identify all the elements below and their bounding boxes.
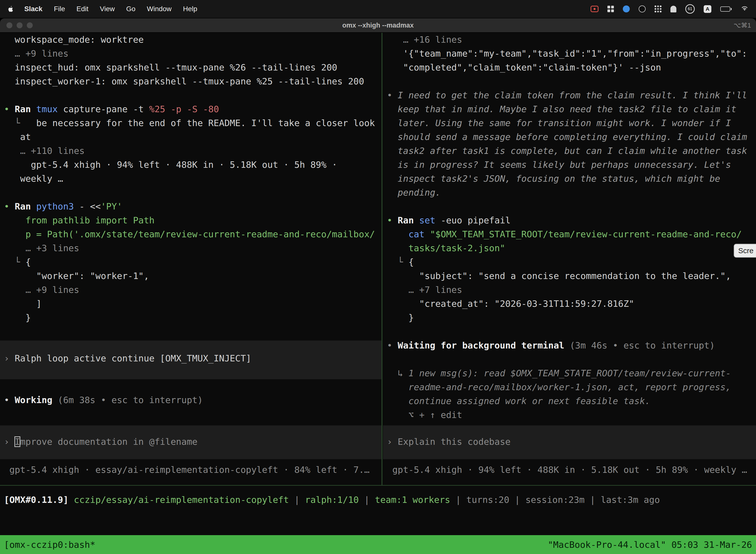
terminal-line: "completed","claim_token":"claim-token"}…	[383, 61, 756, 74]
terminal-line: inspect_worker-1: omx sparkshell --tmux-…	[0, 74, 381, 88]
tmux-host-time-label: "MacBook-Pro-44.local" 05:03 31-Mar-26	[548, 540, 752, 550]
text-segment: task2 after task1 is complete, but can I…	[387, 146, 747, 156]
apple-menu-icon[interactable]	[7, 5, 14, 13]
terminal-line: from pathlib import Path	[0, 214, 381, 227]
ran-command-line: • Ran tmux capture-pane -t %25 -p -S -80	[0, 102, 381, 116]
injected-message[interactable]: › Ralph loop active continue [OMX_TMUX_I…	[0, 340, 381, 379]
text-segment: … +7 lines	[387, 285, 462, 295]
ghost-app-icon[interactable]	[671, 6, 676, 12]
model-status-line: gpt-5.4 xhigh · essay/ai-reimplementatio…	[0, 463, 381, 477]
text-segment: ↳	[387, 368, 408, 378]
menu-item-window[interactable]: Window	[147, 5, 172, 13]
battery-icon[interactable]	[720, 6, 732, 12]
text-segment: ›	[4, 437, 15, 447]
tooltip-label: Scre	[738, 246, 754, 255]
terminal-line: cat "$OMX_TEAM_STATE_ROOT/team/review-cu…	[383, 227, 756, 241]
text-segment: }	[387, 313, 414, 323]
text-segment: gpt-5.4 xhigh · essay/ai-reimplementatio…	[4, 465, 370, 475]
text-segment: "worker": "worker-1",	[4, 271, 149, 281]
right-pane[interactable]: … +16 lines '{"team_name":"my-team","tas…	[383, 33, 756, 485]
blue-app-icon[interactable]	[623, 5, 630, 12]
thinking-line: keep that in mind. Maybe I also need the…	[383, 102, 756, 116]
screen-recording-icon[interactable]	[590, 6, 598, 12]
terminal-line: ↳ 1 new msg(s): read $OMX_TEAM_STATE_ROO…	[383, 366, 756, 380]
thinking-line: • I need to get the claim token from the…	[383, 88, 756, 102]
text-segment: └	[387, 257, 408, 267]
zoom-button[interactable]	[27, 22, 33, 28]
text-segment: gpt-5.4 xhigh · 94% left · 488K in · 5.1…	[4, 160, 337, 170]
window-shortcut-hint: ⌥⌘1	[734, 21, 751, 29]
close-button[interactable]	[6, 22, 12, 28]
text-segment: keep that in mind. Maybe I also need the…	[387, 104, 737, 114]
text-segment: readme-and-reco/mailbox/worker-1.json, a…	[387, 382, 731, 392]
text-segment: turns:20	[466, 495, 509, 505]
text-segment: be necessary for the end of the README. …	[20, 118, 375, 128]
terminal-line: inspect_hud: omx sparkshell --tmux-pane …	[0, 61, 381, 74]
terminal-line: '{"team_name":"my-team","task_id":"1","f…	[383, 47, 756, 61]
text-segment: |	[585, 495, 601, 505]
spacer	[0, 459, 381, 463]
left-pane[interactable]: workspace_mode: worktree … +9 lines insp…	[0, 33, 381, 485]
window-title: omx --xhigh --madmax	[342, 21, 414, 29]
text-segment: [OMX#0.11.9]	[4, 495, 68, 505]
text-segment: •	[387, 90, 397, 100]
text-segment: ›	[387, 437, 397, 447]
pane-divider[interactable]	[381, 33, 382, 485]
text-segment: cat	[387, 229, 430, 239]
spacer	[383, 459, 756, 463]
battery-percent-icon[interactable]: 61	[685, 4, 695, 14]
menu-item-file[interactable]: File	[54, 5, 65, 13]
text-segment: … +3 lines	[4, 243, 79, 253]
screenshot-tooltip[interactable]: Scre	[734, 244, 756, 258]
thinking-line: pending.	[383, 186, 756, 200]
text-segment: last:3m ago	[601, 495, 660, 505]
spacer	[0, 325, 381, 340]
terminal-line: workspace_mode: worktree	[0, 33, 381, 47]
terminal-line: └ {	[383, 255, 756, 269]
text-segment	[68, 495, 74, 505]
text-segment: at	[4, 132, 31, 142]
menu-item-edit[interactable]: Edit	[76, 5, 88, 13]
text-segment: |	[359, 495, 375, 505]
terminal-line: gpt-5.4 xhigh · 94% left · 488K in · 5.1…	[0, 158, 381, 172]
menu-status-icons: 61 A	[590, 4, 749, 14]
text-segment: •	[387, 215, 397, 225]
text-segment: "created_at": "2026-03-31T11:59:27.816Z"	[387, 298, 634, 309]
prompt-input[interactable]: › Improve documentation in @filename	[0, 426, 381, 459]
input-source-icon[interactable]: A	[704, 5, 711, 13]
text-segment: pending.	[387, 187, 441, 198]
wifi-icon[interactable]	[741, 5, 749, 13]
minimize-button[interactable]	[17, 22, 22, 28]
terminal-line: ⌥ + ↑ edit	[383, 408, 756, 422]
window-title-bar[interactable]: omx --xhigh --madmax ⌥⌘1	[0, 18, 756, 33]
waiting-status: • Waiting for background terminal (3m 46…	[383, 339, 756, 352]
menu-item-go[interactable]: Go	[126, 5, 135, 13]
prompt-input[interactable]: › Explain this codebase	[383, 426, 756, 459]
blank-line	[0, 186, 381, 200]
input-source-label: A	[706, 6, 709, 12]
terminal-line: "subject": "send a concise recommendatio…	[383, 269, 756, 283]
text-segment: p = Path('.omx/state/team/review-current…	[4, 229, 375, 239]
text-segment: set	[419, 215, 435, 225]
thinking-line: is in progress? It seems likely but perh…	[383, 158, 756, 172]
dark-app-icon[interactable]	[639, 5, 646, 12]
text-segment: ]	[4, 298, 42, 309]
text-segment: Ran	[15, 104, 36, 114]
text-segment: session:23m	[525, 495, 584, 505]
text-segment: team:1 workers	[375, 495, 450, 505]
menu-item-help[interactable]: Help	[183, 5, 197, 13]
display-grid-icon[interactable]	[608, 6, 614, 12]
text-segment: Ralph loop active continue [OMX_TMUX_INJ…	[15, 353, 251, 364]
menu-item-view[interactable]: View	[100, 5, 115, 13]
menu-app-name[interactable]: Slack	[24, 5, 43, 13]
terminal-line: }	[0, 311, 381, 325]
blank-line	[383, 200, 756, 214]
text-segment: |	[289, 495, 305, 505]
dots-grid-icon[interactable]	[654, 5, 662, 12]
text-segment: (6m 38s • esc to interrupt)	[52, 395, 203, 405]
text-segment: {	[25, 257, 31, 267]
model-status-line: gpt-5.4 xhigh · 94% left · 488K in · 5.1…	[383, 463, 756, 477]
menu-bar: Slack File Edit View Go Window Help 61 A	[0, 0, 756, 18]
terminal-line: tasks/task-2.json"	[383, 241, 756, 255]
ran-command-line: • Ran python3 - <<'PY'	[0, 200, 381, 214]
